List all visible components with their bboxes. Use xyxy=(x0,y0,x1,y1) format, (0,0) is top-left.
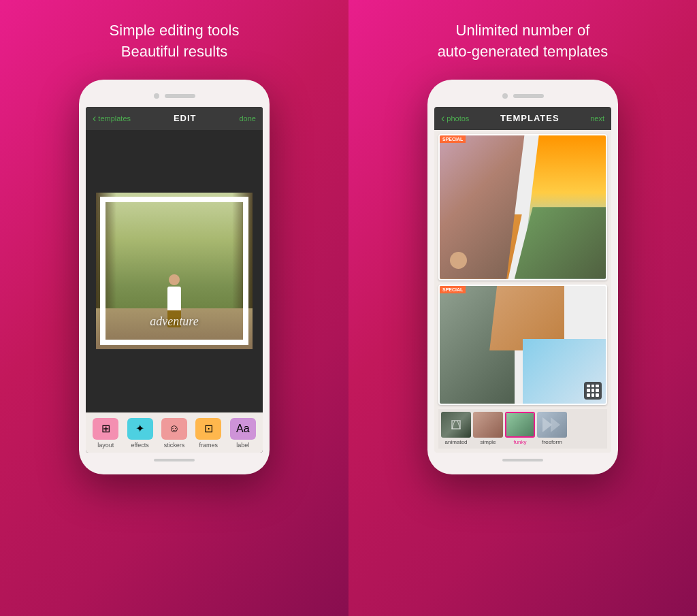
camera-right xyxy=(502,93,508,99)
grid-icon-btn[interactable] xyxy=(584,382,602,400)
photo-collage[interactable]: adventure xyxy=(96,193,253,349)
thumbnail-row: animated simple funky xyxy=(438,409,607,449)
home-indicator-right xyxy=(502,459,543,461)
left-title: Simple editing tools Beautiful results xyxy=(110,20,240,63)
special-badge-1: SPECIAL xyxy=(440,135,466,143)
left-action-btn[interactable]: done xyxy=(240,114,256,123)
thumb-funky-label: funky xyxy=(513,439,526,445)
svg-marker-4 xyxy=(551,417,560,432)
tool-frames[interactable]: ⊡ frames xyxy=(194,418,223,449)
layout-icon: ⊞ xyxy=(93,418,118,440)
template-card-2[interactable]: SPECIAL xyxy=(438,285,607,405)
figure-legs xyxy=(167,310,181,327)
right-panel: Unlimited number of auto-generated templ… xyxy=(348,0,697,616)
phone-top-right xyxy=(434,89,611,103)
label-label: label xyxy=(236,442,249,449)
left-panel: Simple editing tools Beautiful results t… xyxy=(0,0,348,616)
home-indicator-left xyxy=(154,459,195,461)
thumb-funky-img xyxy=(505,412,535,438)
frames-icon: ⊡ xyxy=(195,418,221,440)
special-badge-2: SPECIAL xyxy=(440,286,466,293)
right-back-btn[interactable]: photos xyxy=(441,112,469,125)
thumb-funky[interactable]: funky xyxy=(505,412,535,446)
grid-dot xyxy=(587,389,590,392)
speaker-left xyxy=(165,94,195,98)
label-icon: Aa xyxy=(230,418,256,440)
template2-layout xyxy=(440,286,606,404)
thumb-funky-bg xyxy=(506,413,534,436)
tool-effects[interactable]: ✦ effects xyxy=(126,418,155,449)
left-screen-bar: templates EDIT done xyxy=(86,107,263,130)
thumb-freeform-label: freeform xyxy=(542,439,562,445)
grid-dot xyxy=(596,393,599,397)
tool-layout[interactable]: ⊞ layout xyxy=(91,418,120,449)
grid-dot xyxy=(591,389,595,392)
left-screen-title: EDIT xyxy=(174,113,197,123)
thumb-freeform[interactable]: freeform xyxy=(537,412,567,446)
effects-icon: ✦ xyxy=(127,418,153,440)
tool-label[interactable]: Aa label xyxy=(229,418,257,449)
left-toolbar: ⊞ layout ✦ effects ☺ stickers ⊡ frames A… xyxy=(86,412,263,453)
adventure-bg: adventure xyxy=(96,193,253,349)
template1-layout xyxy=(440,135,606,279)
right-screen-title: TEMPLATES xyxy=(500,113,560,123)
figure xyxy=(164,274,184,329)
girl-back-cell xyxy=(515,207,606,279)
frames-label: frames xyxy=(199,442,218,449)
stickers-label: stickers xyxy=(164,442,185,449)
thumb-animated-img xyxy=(441,412,471,438)
phone-top-left xyxy=(86,89,263,103)
triangle-icon xyxy=(449,419,463,430)
left-photo-area: adventure xyxy=(86,130,263,412)
chevron-icon xyxy=(537,412,567,438)
left-screen: templates EDIT done xyxy=(86,107,263,453)
right-action-btn[interactable]: next xyxy=(590,114,604,123)
thumb-simple[interactable]: simple xyxy=(473,412,503,446)
phone-bottom-right xyxy=(434,455,611,465)
effects-label: effects xyxy=(131,442,148,449)
grid-dot xyxy=(591,393,595,397)
speaker-right xyxy=(513,94,544,98)
thumb-animated-bg xyxy=(441,412,471,438)
left-phone: templates EDIT done xyxy=(79,80,270,474)
thumb-simple-bg xyxy=(473,412,503,438)
right-screen-bar: photos TEMPLATES next xyxy=(434,107,611,130)
phone-bottom-left xyxy=(86,455,263,465)
layout-label: layout xyxy=(97,442,114,449)
grid-dot xyxy=(596,385,599,388)
thumb-freeform-bg xyxy=(537,412,567,438)
thumb-simple-img xyxy=(473,412,503,438)
grid-dot xyxy=(587,385,590,388)
right-phone: photos TEMPLATES next SPECIAL xyxy=(427,80,618,474)
thumb-freeform-img xyxy=(537,412,567,438)
templates-content: SPECIAL xyxy=(434,130,611,453)
thumb-simple-label: simple xyxy=(480,439,496,445)
left-back-btn[interactable]: templates xyxy=(93,112,131,125)
figure-head xyxy=(169,274,180,285)
grid-dot xyxy=(596,389,599,392)
grid-dot xyxy=(587,393,590,397)
camera-left xyxy=(154,93,159,99)
thumb-animated[interactable]: animated xyxy=(441,412,471,446)
template-card-1[interactable]: SPECIAL xyxy=(438,134,607,280)
right-title: Unlimited number of auto-generated templ… xyxy=(438,20,609,63)
svg-marker-3 xyxy=(542,417,552,432)
grid-dot xyxy=(591,385,595,388)
thumb-animated-label: animated xyxy=(445,439,468,445)
tool-stickers[interactable]: ☺ stickers xyxy=(160,418,189,449)
right-screen: photos TEMPLATES next SPECIAL xyxy=(434,107,611,453)
stickers-icon: ☺ xyxy=(161,418,187,440)
figure-body xyxy=(167,287,181,310)
